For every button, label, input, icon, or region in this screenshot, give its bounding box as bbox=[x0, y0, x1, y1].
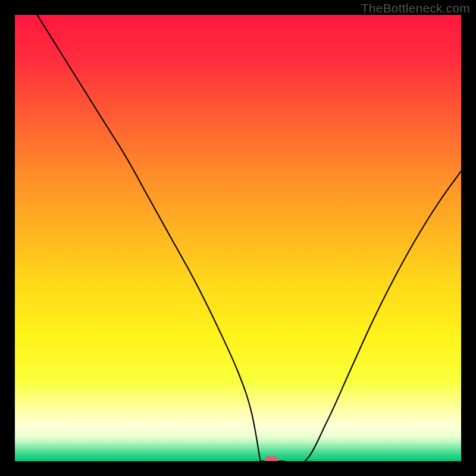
chart-svg bbox=[15, 15, 461, 461]
chart-container: TheBottleneck.com bbox=[0, 0, 476, 476]
optimal-marker bbox=[265, 456, 278, 461]
gradient-background bbox=[15, 15, 461, 461]
watermark-label: TheBottleneck.com bbox=[361, 1, 470, 15]
bottleneck-chart bbox=[15, 15, 461, 461]
